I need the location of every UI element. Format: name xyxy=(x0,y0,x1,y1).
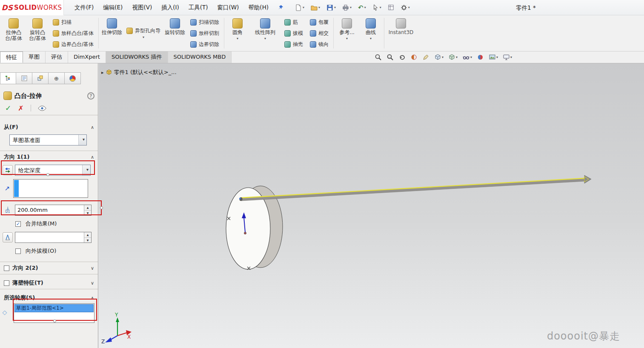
draft-angle-spinner[interactable] xyxy=(15,232,92,243)
configurationmanager-tab[interactable] xyxy=(32,72,49,84)
extruded-cut-button[interactable]: 拉伸切除 xyxy=(100,16,124,50)
preview-eye-button[interactable] xyxy=(38,106,46,111)
save-button[interactable]: ▾ xyxy=(325,3,337,12)
flyout-part-name[interactable]: 零件1 (默认<<默认>_... xyxy=(114,68,177,76)
tab-sketch[interactable]: 草图 xyxy=(23,51,46,63)
reference-caret[interactable]: ▾ xyxy=(346,37,348,40)
menu-edit[interactable]: 编辑(E) xyxy=(98,0,127,15)
draft-angle-value[interactable] xyxy=(15,232,84,242)
mirror-button[interactable]: 镜向 xyxy=(308,39,330,49)
depth-spinner[interactable]: 200.00mm xyxy=(15,205,92,216)
section-direction2-header[interactable]: 方向 2(2) xyxy=(0,263,98,273)
tab-solidworks-addins[interactable]: SOLIDWORKS 插件 xyxy=(106,51,168,63)
reverse-direction-button[interactable] xyxy=(3,165,13,175)
reference-geometry-button[interactable]: 参考... ▾ xyxy=(335,16,359,50)
graphics-viewport[interactable]: Y X Z ▸ 零件1 (默认<<默认>_... dooooit@暴走 xyxy=(99,63,644,348)
depth-value[interactable]: 200.00mm xyxy=(15,205,84,215)
pin-menu-button[interactable] xyxy=(276,3,285,12)
curves-caret[interactable]: ▾ xyxy=(370,37,372,40)
thin-feature-checkbox[interactable] xyxy=(4,280,9,286)
tab-dimxpert[interactable]: DimXpert xyxy=(68,51,106,63)
display-style-button[interactable]: ▾ xyxy=(447,53,458,61)
print-button[interactable]: ▾ xyxy=(341,3,353,12)
view-settings-button[interactable]: ▾ xyxy=(502,53,513,61)
hole-wizard-button[interactable]: 异型孔向导 ▾ xyxy=(124,16,163,50)
new-document-button[interactable]: ▾ xyxy=(294,3,306,12)
zoom-to-area-button[interactable] xyxy=(386,53,395,61)
intersect-button[interactable]: 相交 xyxy=(308,28,330,38)
swept-cut-label: 扫描切除 xyxy=(199,19,219,26)
draft-on-off-button[interactable] xyxy=(3,232,13,242)
linear-pattern-caret[interactable]: ▾ xyxy=(264,37,266,40)
apply-scene-button[interactable]: ▾ xyxy=(488,53,499,61)
propertymanager-tab[interactable] xyxy=(16,72,32,84)
featuremanager-tree-tab[interactable] xyxy=(0,72,16,84)
hole-wizard-caret[interactable]: ▾ xyxy=(143,36,144,39)
previous-view-button[interactable] xyxy=(398,53,406,61)
menu-window[interactable]: 窗口(W) xyxy=(212,0,243,15)
shell-button[interactable]: 抽壳 xyxy=(283,39,305,49)
direction-reference-box[interactable] xyxy=(13,179,88,198)
swept-cut-button[interactable]: 扫描切除 xyxy=(189,17,221,27)
open-button[interactable]: ▾ xyxy=(309,3,321,12)
spinner-up-button[interactable] xyxy=(84,232,91,238)
spinner-up-button[interactable] xyxy=(84,205,91,211)
lofted-cut-button[interactable]: 放样切割 xyxy=(189,28,221,38)
fillet-button[interactable]: 圆角 ▾ xyxy=(226,16,249,50)
boundary-cut-button[interactable]: 边界切除 xyxy=(189,39,221,49)
from-condition-dropdown[interactable]: 草图基准面 xyxy=(9,134,87,145)
revolved-boss-button[interactable]: 旋转凸台/基体 xyxy=(26,16,49,50)
section-direction1-header[interactable]: 方向 1(1) xyxy=(0,152,98,162)
tab-solidworks-mbd[interactable]: SOLIDWORKS MBD xyxy=(168,51,232,63)
selected-contour-item[interactable]: 草图1-局部范围<1> xyxy=(14,304,94,312)
menu-file[interactable]: 文件(F) xyxy=(70,0,98,15)
selected-contours-listbox[interactable]: 草图1-局部范围<1> xyxy=(14,303,94,323)
3d-drawing-view-button[interactable] xyxy=(421,53,430,61)
menu-tools[interactable]: 工具(T) xyxy=(184,0,213,15)
tab-features[interactable]: 特征 xyxy=(0,51,23,63)
hide-show-items-button[interactable]: ▾ xyxy=(461,53,473,61)
spinner-down-button[interactable] xyxy=(84,211,91,216)
menu-insert[interactable]: 插入(I) xyxy=(157,0,184,15)
instant3d-button[interactable]: Instant3D xyxy=(386,16,416,50)
view-report-button[interactable] xyxy=(386,3,395,11)
help-button[interactable]: ? xyxy=(87,92,94,100)
edit-appearance-button[interactable] xyxy=(476,53,485,61)
select-button[interactable]: ▾ xyxy=(371,3,383,11)
menu-view[interactable]: 视图(V) xyxy=(127,0,157,15)
direction2-checkbox[interactable] xyxy=(4,265,9,271)
revolved-cut-button[interactable]: 旋转切除 xyxy=(163,16,187,50)
tab-evaluate[interactable]: 评估 xyxy=(46,51,68,63)
intersect-label: 相交 xyxy=(318,30,329,37)
section-thin-feature-header[interactable]: 薄壁特征(T) xyxy=(0,278,98,288)
draft-outward-checkbox[interactable] xyxy=(15,248,21,254)
options-button[interactable]: ▾ xyxy=(399,3,411,12)
section-view-button[interactable] xyxy=(409,53,418,61)
view-orientation-button[interactable]: ▾ xyxy=(433,53,444,61)
menu-help[interactable]: 帮助(H) xyxy=(243,0,273,15)
undo-button[interactable]: ↶ ▾ xyxy=(357,3,367,12)
lofted-boss-button[interactable]: 放样凸台/基体 xyxy=(51,28,95,38)
feature-tree-flyout[interactable]: ▸ 零件1 (默认<<默认>_... xyxy=(101,68,177,76)
end-condition-dropdown[interactable]: 给定深度 xyxy=(15,165,91,176)
flyout-expand-arrow-icon[interactable]: ▸ xyxy=(101,70,104,75)
draft-button[interactable]: 拔模 xyxy=(283,28,305,38)
dimxpertmanager-tab[interactable]: ⊕ xyxy=(49,72,65,84)
fillet-caret[interactable]: ▾ xyxy=(237,37,238,40)
zoom-to-fit-button[interactable] xyxy=(374,53,383,61)
rib-button[interactable]: 筋 xyxy=(283,17,305,27)
linear-pattern-button[interactable]: 线性阵列 ▾ xyxy=(249,16,281,50)
ok-button[interactable]: ✓ xyxy=(5,104,11,112)
intersect-icon xyxy=(310,30,316,37)
curves-button[interactable]: 曲线 ▾ xyxy=(359,16,383,50)
section-selected-contours-header[interactable]: 所选轮廓(S) xyxy=(0,293,98,303)
extruded-boss-button[interactable]: 拉伸凸台/基体 xyxy=(2,16,26,50)
swept-boss-button[interactable]: 扫描 xyxy=(51,17,95,27)
section-from-header[interactable]: 从(F) xyxy=(0,122,98,132)
spinner-down-button[interactable] xyxy=(84,238,91,243)
displaymanager-tab[interactable] xyxy=(65,72,81,84)
cancel-button[interactable]: ✗ xyxy=(18,104,23,112)
boundary-boss-button[interactable]: 边界凸台/基体 xyxy=(51,39,95,49)
wrap-button[interactable]: 包覆 xyxy=(308,17,330,27)
merge-result-checkbox[interactable]: ✓ xyxy=(15,221,21,227)
